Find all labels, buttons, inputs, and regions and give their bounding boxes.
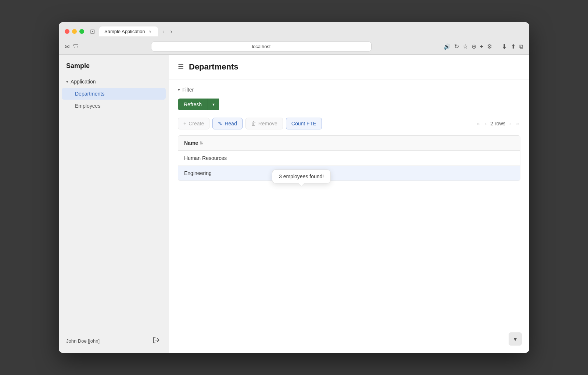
read-button[interactable]: ✎ Read: [212, 118, 242, 129]
rows-count: 2 rows: [490, 121, 505, 126]
tooltip-text: 3 employees found!: [279, 174, 324, 179]
tab-title: Sample Application: [104, 29, 145, 34]
sidebar: Sample ▾ Application Departments Employe…: [59, 55, 169, 353]
data-table: Name ⇅ Human Resources Engineering: [178, 135, 520, 181]
traffic-light-green[interactable]: [79, 29, 84, 34]
refresh-dropdown-icon: ▾: [212, 102, 215, 107]
tab-bar: ⊡ Sample Application ∨ ‹ ›: [89, 26, 174, 36]
scroll-to-bottom-button[interactable]: ▾: [509, 332, 522, 346]
tab-chevron[interactable]: ∨: [149, 29, 151, 33]
filter-label: Filter: [182, 87, 194, 93]
address-bar[interactable]: localhost: [151, 42, 372, 51]
sidebar-item-departments[interactable]: Departments: [62, 88, 166, 100]
name-column-header[interactable]: Name: [184, 140, 198, 146]
refresh-section: Refresh ▾: [178, 99, 520, 110]
browser-window: ⊡ Sample Application ∨ ‹ › ✉ 🛡 localhost…: [59, 22, 529, 353]
refresh-dropdown-button[interactable]: ▾: [208, 99, 219, 110]
tooltip: 3 employees found!: [272, 169, 331, 183]
share-icon[interactable]: ⬆: [511, 43, 516, 50]
remove-label: Remove: [258, 121, 277, 126]
table-row[interactable]: Human Resources: [178, 151, 520, 166]
url-text: localhost: [252, 44, 270, 49]
section-label: Application: [71, 79, 96, 85]
sidebar-section-header[interactable]: ▾ Application: [59, 76, 169, 88]
reload-icon[interactable]: ↻: [454, 43, 459, 50]
row-name: Engineering: [184, 170, 212, 176]
create-button[interactable]: + Create: [178, 118, 209, 129]
logout-icon: [153, 336, 160, 344]
count-fte-button[interactable]: Count FTE: [286, 118, 322, 129]
history-icon[interactable]: ⊕: [472, 43, 476, 50]
main-header: ☰ Departments: [169, 55, 529, 79]
active-tab[interactable]: Sample Application ∨: [99, 26, 158, 36]
row-name: Human Resources: [184, 155, 227, 161]
sidebar-section-application: ▾ Application Departments Employees: [59, 74, 169, 114]
traffic-lights: [65, 29, 84, 34]
prev-page-button[interactable]: ‹: [484, 120, 488, 127]
section-chevron-icon: ▾: [66, 79, 68, 84]
mail-icon[interactable]: ✉: [65, 43, 69, 50]
main-content: ☰ Departments ▾ Filter Refresh ▾: [169, 55, 529, 353]
sidebar-toggle-icon[interactable]: ⊡: [89, 26, 96, 36]
volume-icon[interactable]: 🔊: [444, 43, 451, 50]
new-tab-icon[interactable]: +: [480, 43, 483, 50]
create-plus-icon: +: [183, 121, 186, 126]
browser-chrome: ⊡ Sample Application ∨ ‹ › ✉ 🛡 localhost…: [59, 22, 529, 55]
refresh-button-group: Refresh ▾: [178, 99, 520, 110]
next-page-button[interactable]: ›: [508, 120, 513, 127]
last-page-button[interactable]: »: [514, 120, 520, 127]
pagination: « ‹ 2 rows › »: [476, 120, 520, 127]
departments-label: Departments: [75, 91, 104, 97]
first-page-button[interactable]: «: [476, 120, 481, 127]
browser-titlebar: ⊡ Sample Application ∨ ‹ ›: [65, 26, 523, 36]
download-icon[interactable]: ⬇: [502, 43, 507, 51]
filter-chevron-icon: ▾: [178, 88, 180, 92]
main-body: ▾ Filter Refresh ▾ +: [169, 79, 529, 353]
filter-section: ▾ Filter: [178, 87, 520, 93]
filter-toggle[interactable]: ▾ Filter: [178, 87, 194, 93]
back-button[interactable]: ‹: [161, 28, 166, 36]
app-container: Sample ▾ Application Departments Employe…: [59, 55, 529, 353]
sidebar-item-employees[interactable]: Employees: [62, 100, 166, 112]
scroll-icon: ▾: [514, 336, 517, 343]
read-pencil-icon: ✎: [218, 121, 222, 126]
traffic-light-yellow[interactable]: [72, 29, 77, 34]
actions-row: + Create ✎ Read 🗑 Remove Count FTE: [178, 118, 520, 129]
hamburger-icon[interactable]: ☰: [178, 63, 184, 71]
table-row[interactable]: Engineering: [178, 166, 520, 181]
count-fte-label: Count FTE: [291, 121, 316, 126]
read-label: Read: [225, 121, 237, 126]
forward-button[interactable]: ›: [169, 28, 173, 36]
sidebar-footer: John Doe [john]: [59, 329, 169, 353]
create-label: Create: [189, 121, 204, 126]
remove-button[interactable]: 🗑 Remove: [245, 118, 283, 129]
sort-icon[interactable]: ⇅: [200, 141, 203, 146]
remove-trash-icon: 🗑: [251, 121, 256, 126]
table-header: Name ⇅: [178, 136, 520, 151]
traffic-light-red[interactable]: [65, 29, 69, 34]
user-label: John Doe [john]: [66, 338, 100, 344]
windows-icon[interactable]: ⧉: [519, 43, 523, 50]
page-title: Departments: [189, 62, 238, 72]
logout-button[interactable]: [151, 335, 161, 347]
sidebar-logo: Sample: [59, 55, 169, 74]
refresh-main-button[interactable]: Refresh: [178, 99, 208, 110]
browser-toolbar: ✉ 🛡 localhost 🔊 ↻ ☆ ⊕ + ⚙ ⬇ ⬆ ⧉: [65, 39, 523, 54]
employees-label: Employees: [75, 103, 100, 109]
bookmark-icon[interactable]: ☆: [463, 43, 468, 50]
settings-icon[interactable]: ⚙: [487, 43, 492, 50]
shield-icon: 🛡: [73, 43, 79, 50]
